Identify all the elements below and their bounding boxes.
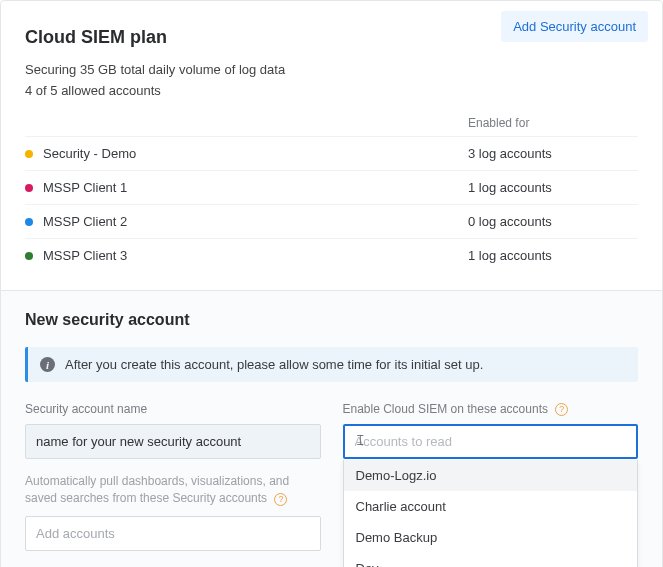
account-name: MSSP Client 2 [43,214,127,229]
security-account-name-input[interactable] [25,424,321,459]
enabled-for-header: Enabled for [468,116,638,130]
dropdown-item[interactable]: Demo-Logz.io [344,460,638,491]
status-dot-icon [25,150,33,158]
enabled-count: 1 log accounts [468,180,638,195]
help-icon[interactable]: ? [555,403,568,416]
info-text: After you create this account, please al… [65,357,483,372]
info-banner: i After you create this account, please … [25,347,638,382]
table-row[interactable]: MSSP Client 1 1 log accounts [25,170,638,204]
accounts-dropdown: Demo-Logz.io Charlie account Demo Backup… [343,460,639,567]
enabled-count: 1 log accounts [468,248,638,263]
accounts-count-line: 4 of 5 allowed accounts [25,83,638,98]
add-accounts-input[interactable] [25,516,321,551]
account-name: MSSP Client 1 [43,180,127,195]
accounts-to-read-input[interactable] [343,424,639,459]
accounts-combobox: 𝙸 Demo-Logz.io Charlie account Demo Back… [343,424,639,459]
siem-plan-card: Add Security account Cloud SIEM plan Sec… [0,0,663,567]
securing-line: Securing 35 GB total daily volume of log… [25,62,638,77]
table-row[interactable]: MSSP Client 2 0 log accounts [25,204,638,238]
status-dot-icon [25,252,33,260]
enabled-count: 3 log accounts [468,146,638,161]
auto-pull-label: Automatically pull dashboards, visualiza… [25,473,321,508]
table-row[interactable]: MSSP Client 3 1 log accounts [25,238,638,272]
enable-siem-label: Enable Cloud SIEM on these accounts ? [343,402,639,416]
add-security-account-button[interactable]: Add Security account [501,11,648,42]
dropdown-item[interactable]: Demo Backup [344,522,638,553]
new-account-title: New security account [25,311,638,329]
status-dot-icon [25,184,33,192]
plan-summary-section: Cloud SIEM plan Securing 35 GB total dai… [1,1,662,290]
dropdown-item[interactable]: Charlie account [344,491,638,522]
dropdown-item[interactable]: Dev [344,553,638,567]
help-icon[interactable]: ? [274,493,287,506]
info-icon: i [40,357,55,372]
accounts-table: Enabled for Security - Demo 3 log accoun… [25,112,638,272]
enable-column: Enable Cloud SIEM on these accounts ? 𝙸 … [343,402,639,551]
name-column: Security account name Automatically pull… [25,402,321,551]
table-header: Enabled for [25,112,638,136]
new-security-account-section: New security account i After you create … [1,290,662,567]
account-name: MSSP Client 3 [43,248,127,263]
account-name: Security - Demo [43,146,136,161]
security-account-name-label: Security account name [25,402,321,416]
enabled-count: 0 log accounts [468,214,638,229]
table-row[interactable]: Security - Demo 3 log accounts [25,136,638,170]
form-row: Security account name Automatically pull… [25,402,638,551]
status-dot-icon [25,218,33,226]
